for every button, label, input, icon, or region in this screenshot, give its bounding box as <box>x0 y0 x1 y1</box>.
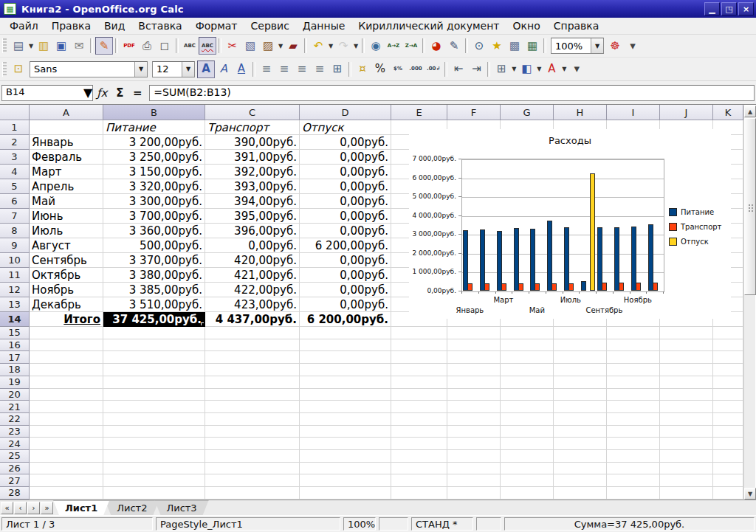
cell-K25[interactable] <box>713 450 743 463</box>
cell-C5[interactable]: 393,00руб. <box>205 179 300 194</box>
cell-D24[interactable] <box>300 438 391 450</box>
cell-F27[interactable] <box>447 474 501 487</box>
standard-format-button[interactable]: $% <box>389 61 407 78</box>
cell-D19[interactable] <box>300 376 391 389</box>
row-header-26[interactable]: 26 <box>0 463 30 475</box>
cell-B15[interactable] <box>103 327 205 339</box>
restore-button[interactable]: ◳ <box>721 2 737 15</box>
scroll-down-button[interactable]: ▼ <box>744 488 756 500</box>
cell-K16[interactable] <box>713 339 743 352</box>
find-replace-button[interactable]: ⊙ <box>470 37 488 55</box>
cell-I21[interactable] <box>607 401 660 413</box>
cell-I24[interactable] <box>607 438 660 450</box>
row-header-23[interactable]: 23 <box>0 426 30 438</box>
cell-G28[interactable] <box>501 487 554 500</box>
cell-F16[interactable] <box>447 339 501 352</box>
cell-B26[interactable] <box>103 463 205 475</box>
row-header-3[interactable]: 3 <box>0 150 30 165</box>
menu-item[interactable]: Данные <box>296 18 352 33</box>
cell-F26[interactable] <box>447 463 501 475</box>
cell-C14[interactable]: 4 437,00руб. <box>205 312 300 327</box>
cell-J19[interactable] <box>660 376 713 389</box>
column-header-K[interactable]: K <box>713 105 743 120</box>
add-decimal-button[interactable]: .000 <box>407 61 425 78</box>
cell-G20[interactable] <box>501 389 554 401</box>
cell-G15[interactable] <box>501 327 554 339</box>
paste-dropdown[interactable]: ▼ <box>277 37 284 55</box>
save-button[interactable]: ▣ <box>52 37 70 55</box>
name-box[interactable]: B14 ▼ <box>1 85 93 101</box>
cell-B1[interactable]: Питание <box>103 120 205 135</box>
cell-F28[interactable] <box>447 487 501 500</box>
cell-B7[interactable]: 3 700,00руб. <box>103 209 205 224</box>
cell-B13[interactable]: 3 510,00руб. <box>103 297 205 312</box>
cell-B2[interactable]: 3 200,00руб. <box>103 135 205 150</box>
first-sheet-button[interactable]: « <box>1 502 13 514</box>
cell-K19[interactable] <box>713 376 743 389</box>
cell-A25[interactable] <box>30 450 103 463</box>
zoom-indicator[interactable]: 100% <box>343 517 376 531</box>
cell-B17[interactable] <box>103 351 205 364</box>
cell-D14[interactable]: 6 200,00руб. <box>300 312 391 327</box>
clone-formatting-button[interactable]: ▰ <box>284 37 302 55</box>
cell-D12[interactable]: 0,00руб. <box>300 283 391 297</box>
row-header-24[interactable]: 24 <box>0 438 30 450</box>
cell-F18[interactable] <box>447 364 501 376</box>
cell-K21[interactable] <box>713 401 743 413</box>
cell-E27[interactable] <box>391 474 447 487</box>
cell-A11[interactable]: Октябрь <box>30 268 103 283</box>
cell-I18[interactable] <box>607 364 660 376</box>
cell-C11[interactable]: 421,00руб. <box>205 268 300 283</box>
cell-G22[interactable] <box>501 413 554 426</box>
cell-I27[interactable] <box>607 474 660 487</box>
cell-C6[interactable]: 394,00руб. <box>205 194 300 209</box>
borders-button[interactable]: ⊞ <box>492 61 510 78</box>
auto-spellcheck-button[interactable]: ABC <box>199 37 216 55</box>
cell-G16[interactable] <box>501 339 554 352</box>
cell-E16[interactable] <box>391 339 447 352</box>
cell-A18[interactable] <box>30 364 103 376</box>
cell-G17[interactable] <box>501 351 554 364</box>
row-header-2[interactable]: 2 <box>0 135 30 150</box>
cell-C10[interactable]: 420,00руб. <box>205 253 300 268</box>
cell-J22[interactable] <box>660 413 713 426</box>
toolbar-overflow-button[interactable]: ▾ <box>624 37 642 55</box>
cell-F22[interactable] <box>447 413 501 426</box>
copy-button[interactable]: ▧ <box>241 37 259 55</box>
cell-D23[interactable] <box>300 426 391 438</box>
cell-C4[interactable]: 392,00руб. <box>205 165 300 179</box>
column-header-C[interactable]: C <box>205 105 300 120</box>
cell-J28[interactable] <box>660 487 713 500</box>
cell-F21[interactable] <box>447 401 501 413</box>
zoom-combo[interactable]: 100%▼ <box>551 38 604 54</box>
cell-E26[interactable] <box>391 463 447 475</box>
cell-C17[interactable] <box>205 351 300 364</box>
cell-I22[interactable] <box>607 413 660 426</box>
column-header-I[interactable]: I <box>607 105 660 120</box>
cell-H25[interactable] <box>554 450 607 463</box>
cell-I23[interactable] <box>607 426 660 438</box>
font-name-combo-dropdown[interactable]: ▼ <box>134 62 147 77</box>
cell-D26[interactable] <box>300 463 391 475</box>
background-color-dropdown[interactable]: ▼ <box>535 61 543 78</box>
merge-cells-button[interactable]: ⊞ <box>329 61 346 78</box>
cell-E20[interactable] <box>391 389 447 401</box>
cell-D16[interactable] <box>300 339 391 352</box>
function-wizard-button[interactable]: ƒx <box>93 84 111 102</box>
cell-D25[interactable] <box>300 450 391 463</box>
cell-F24[interactable] <box>447 438 501 450</box>
cell-B11[interactable]: 3 380,00руб. <box>103 268 205 283</box>
toolbar-grip-2[interactable] <box>2 62 7 77</box>
cell-B19[interactable] <box>103 376 205 389</box>
row-header-7[interactable]: 7 <box>0 209 30 224</box>
cell-K20[interactable] <box>713 389 743 401</box>
cell-D21[interactable] <box>300 401 391 413</box>
select-all-corner[interactable] <box>0 105 30 120</box>
delete-decimal-button[interactable]: .00↲ <box>425 61 442 78</box>
chart[interactable]: Расходы 7 000,00руб.6 000,00руб.5 000,00… <box>409 129 731 319</box>
cell-F25[interactable] <box>447 450 501 463</box>
row-header-20[interactable]: 20 <box>0 389 30 401</box>
cell-C12[interactable]: 422,00руб. <box>205 283 300 297</box>
cell-K15[interactable] <box>713 327 743 339</box>
cell-C8[interactable]: 396,00руб. <box>205 224 300 238</box>
